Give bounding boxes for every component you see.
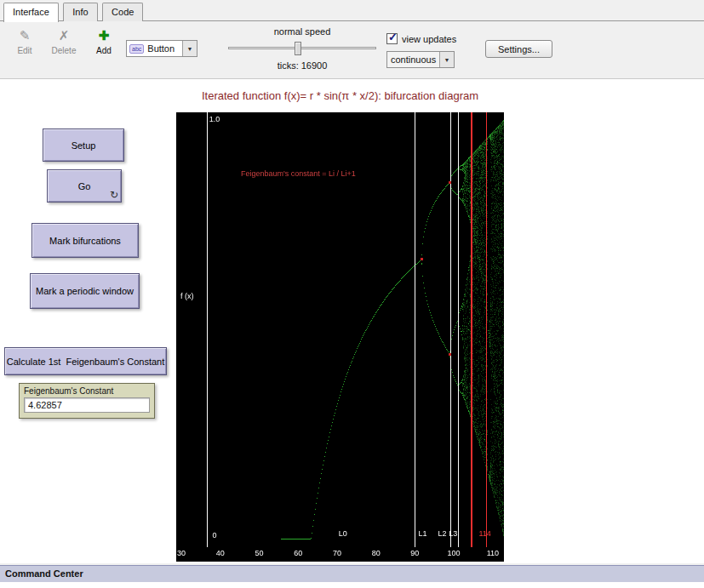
tab-bar: Interface Info Code — [0, 0, 704, 21]
delete-button[interactable]: ✗ Delete — [46, 29, 82, 55]
tab-code[interactable]: Code — [102, 3, 143, 21]
ticks-counter: ticks: 16900 — [255, 60, 349, 71]
view-updates-row: ✓ view updates — [386, 33, 456, 44]
plot-canvas — [176, 112, 504, 562]
forever-icon: ↻ — [110, 189, 118, 201]
toolbar: ✎ Edit ✗ Delete ✚ Add abc Button ▼ norma… — [0, 21, 704, 79]
button-widget-icon: abc — [129, 44, 144, 54]
settings-button[interactable]: Settings... — [485, 40, 552, 58]
go-button[interactable]: Go ↻ — [47, 169, 122, 203]
y-max-label: 1.0 — [206, 115, 223, 123]
plot-annotation: Feigenbaum's constant = Li / Li+1 — [241, 169, 356, 178]
feigenbaum-monitor: Feigenbaum's Constant 4.62857 — [19, 383, 155, 419]
setup-button-label: Setup — [72, 140, 96, 151]
tab-info[interactable]: Info — [63, 3, 97, 21]
delete-label: Delete — [46, 46, 82, 55]
edit-icon: ✎ — [7, 29, 43, 43]
edit-button[interactable]: ✎ Edit — [7, 29, 43, 55]
x-tick-label: 30 — [176, 549, 190, 557]
update-mode-select[interactable]: continuous ▼ — [386, 51, 455, 68]
plot-marker-label: L3 — [444, 529, 461, 538]
plot-area: 1.0 0 f (x) Feigenbaum's constant = Li /… — [176, 112, 504, 562]
update-mode-value: continuous — [387, 54, 439, 65]
plot-title-note: Iterated function f(x)= r * sin(π * x/2)… — [176, 89, 504, 102]
view-updates-label: view updates — [402, 34, 456, 44]
calculate-feigenbaum-label: Calculate 1st Feigenbaum's Constant — [7, 357, 165, 367]
monitor-label: Feigenbaum's Constant — [24, 386, 150, 396]
speed-slider[interactable] — [228, 42, 376, 55]
x-tick-label: 70 — [329, 549, 346, 557]
plot-marker-label: 114 — [477, 529, 494, 538]
speed-label: normal speed — [255, 26, 349, 37]
mark-periodic-window-button[interactable]: Mark a periodic window — [30, 273, 140, 309]
plot-marker-label: L0 — [335, 529, 352, 538]
x-tick-label: 40 — [212, 549, 229, 557]
mark-bifurcations-label: Mark bifurcations — [49, 236, 121, 246]
x-tick-label: 50 — [250, 549, 267, 557]
bottom-strip — [0, 582, 704, 588]
x-tick-label: 80 — [368, 549, 385, 557]
widget-type-select[interactable]: abc Button ▼ — [126, 40, 197, 57]
add-label: Add — [86, 46, 122, 55]
go-button-label: Go — [78, 181, 91, 191]
calculate-feigenbaum-button[interactable]: Calculate 1st Feigenbaum's Constant — [4, 347, 167, 375]
slider-track — [228, 47, 376, 49]
view-updates-checkbox[interactable]: ✓ — [386, 33, 398, 44]
chevron-down-icon: ▼ — [439, 52, 454, 67]
monitor-value: 4.62857 — [24, 397, 150, 413]
workspace: Iterated function f(x)= r * sin(π * x/2)… — [0, 79, 704, 563]
mark-periodic-window-label: Mark a periodic window — [36, 286, 134, 296]
add-icon: ✚ — [86, 29, 122, 43]
x-tick-label: 100 — [445, 549, 462, 557]
y-min-label: 0 — [206, 531, 223, 539]
command-center-bar[interactable]: Command Center — [0, 565, 704, 582]
setup-button[interactable]: Setup — [43, 128, 124, 162]
mark-bifurcations-button[interactable]: Mark bifurcations — [31, 223, 139, 258]
check-icon: ✓ — [388, 31, 398, 43]
tab-interface[interactable]: Interface — [3, 3, 59, 22]
delete-icon: ✗ — [46, 29, 82, 43]
x-tick-label: 90 — [406, 549, 423, 557]
x-tick-label: 60 — [289, 549, 306, 557]
add-button[interactable]: ✚ Add — [86, 29, 122, 55]
plot-marker-label: L1 — [415, 529, 432, 538]
y-axis-title: f (x) — [180, 292, 194, 300]
x-tick-label: 110 — [484, 549, 501, 557]
slider-thumb[interactable] — [295, 42, 301, 55]
edit-label: Edit — [7, 46, 43, 55]
widget-type-value: Button — [144, 43, 182, 54]
command-center-title: Command Center — [5, 568, 83, 579]
chevron-down-icon: ▼ — [182, 41, 197, 56]
